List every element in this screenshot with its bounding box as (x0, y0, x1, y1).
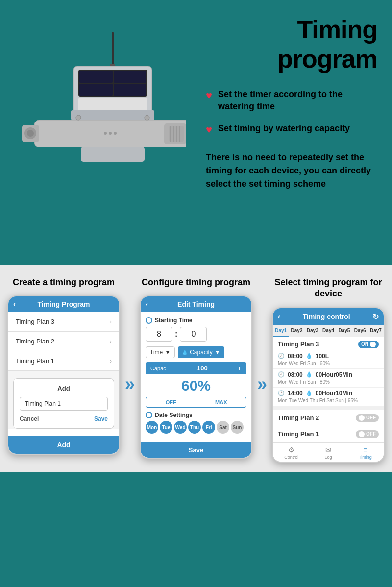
phone3-plan3-header: Timing Plan 3 ON (273, 337, 384, 350)
phone3-tab-day2[interactable]: Day2 (289, 325, 304, 337)
phone3-schedule2-days: Mon Wed Fri Sun | 80% (278, 379, 379, 385)
svg-rect-5 (79, 71, 113, 83)
step-title-1: Create a timing program (13, 277, 115, 288)
phone3-tab-day6[interactable]: Day6 (352, 325, 368, 337)
phone3-schedule3-time: 🕑 14:00 💧 00Hour10Min (278, 390, 379, 397)
pill-thu[interactable]: Thu (188, 421, 201, 434)
phone2-max-btn[interactable]: MAX (196, 397, 246, 407)
phone3-footer-control[interactable]: ⚙ Control (273, 446, 310, 460)
phone3-plan2-row: Timing Plan 2 OFF (273, 410, 384, 426)
phone2-time-dropdown[interactable]: Time ▼ (146, 346, 175, 358)
phone1-screen: Timing Plan 3 › Timing Plan 2 › Timing P… (8, 312, 119, 429)
phone2-back-icon[interactable]: ‹ (146, 300, 148, 309)
bottom-section: Create a timing program ‹ Timing Program… (0, 265, 392, 472)
phone3-schedule-1: 🕗 08:00 💧 100L Mon Wed Fri Sun | 60% (273, 350, 384, 369)
step-arrow-1: » (125, 374, 135, 394)
phone3-control-icon: ⚙ (288, 446, 294, 454)
phone2-hour-input[interactable]: 8 (146, 327, 172, 342)
phone1-save-btn[interactable]: Save (94, 416, 108, 422)
phone1-name-input[interactable] (20, 397, 108, 411)
svg-point-26 (76, 115, 81, 120)
phone3-amount1: 100L (316, 353, 329, 360)
phone3-plan2-name: Timing Plan 2 (278, 414, 319, 421)
phone2-starting-time-label: Starting Time (146, 317, 246, 324)
right-content: Timing program ♥ Set the timer according… (196, 10, 377, 191)
phone2-time-dropdown-icon: ▼ (165, 349, 171, 356)
step-title-3: Select timing program for device (272, 277, 385, 300)
phone1-back-icon[interactable]: ‹ (13, 300, 16, 309)
pill-sun[interactable]: Sun (231, 421, 244, 434)
page-title: Timing program (206, 15, 377, 73)
svg-rect-9 (78, 98, 147, 112)
phone1-cancel-btn[interactable]: Cancel (20, 416, 39, 422)
pill-mon[interactable]: Mon (146, 421, 158, 434)
phone1-plan3-label: Timing Plan 3 (16, 318, 54, 325)
pill-fri[interactable]: Fri (202, 421, 215, 434)
feature-text-2: Set timing by watering capacity (218, 122, 350, 135)
phone3-plan2-toggle[interactable]: OFF (356, 414, 379, 422)
phone2-header-title: Edit Timing (177, 300, 215, 308)
phone2-off-btn[interactable]: OFF (146, 397, 196, 407)
phone1-header-title: Timing Program (37, 300, 90, 308)
phone3-footer: ⚙ Control ✉ Log ≡ Timing (273, 442, 384, 462)
phone3-tab-day5[interactable]: Day5 (336, 325, 352, 337)
phone3-plan3-toggle[interactable]: ON (358, 341, 379, 348)
svg-rect-6 (79, 84, 113, 96)
svg-rect-25 (81, 147, 145, 162)
svg-point-27 (145, 115, 149, 120)
phone3-timing-icon: ≡ (363, 446, 367, 454)
phone3-back-icon[interactable]: ‹ (278, 312, 280, 321)
feature-item-1: ♥ Set the timer according to the waterin… (206, 88, 377, 113)
phone3-control-label: Control (284, 455, 298, 460)
device-image (10, 10, 196, 235)
valve-device-svg (20, 29, 186, 235)
phone3-tab-day4[interactable]: Day4 (320, 325, 336, 337)
phone-2: ‹ Edit Timing Starting Time 8 : 0 Time ▼ (140, 295, 252, 459)
pill-sat[interactable]: Sat (217, 421, 229, 434)
phone3-header: ‹ Timing control ↻ (273, 308, 384, 325)
phone1-add-bottom[interactable]: Add (8, 436, 119, 454)
phone2-save-btn[interactable]: Save (141, 442, 251, 458)
step-arrow-2: » (257, 374, 267, 394)
phone3-plan1-row: Timing Plan 1 OFF (273, 426, 384, 442)
phone3-tab-day1[interactable]: Day1 (273, 325, 289, 337)
step-col-2: Configure timing program ‹ Edit Timing S… (140, 277, 252, 463)
phone3-drop-icon-3: 💧 (306, 390, 313, 396)
svg-rect-7 (114, 71, 146, 83)
phone2-colon: : (175, 330, 177, 339)
phone1-plan-2[interactable]: Timing Plan 2 › (8, 332, 119, 351)
phone3-clock-icon-2: 🕗 (278, 371, 285, 378)
svg-rect-0 (112, 32, 114, 66)
phone1-plan-1[interactable]: Timing Plan 1 › (8, 351, 119, 371)
phone2-capacity-dropdown[interactable]: 💧 Capacity ▼ (178, 346, 224, 358)
phone2-time-dropdown-label: Time (150, 349, 163, 356)
phone2-time-inputs: 8 : 0 (146, 327, 246, 342)
phone1-dialog-buttons: Cancel Save (20, 416, 108, 422)
phone3-footer-log[interactable]: ✉ Log (310, 446, 346, 460)
phone1-plan-3[interactable]: Timing Plan 3 › (8, 312, 119, 332)
phone3-schedule-3: 🕑 14:00 💧 00Hour10Min Mon Tue Wed Thu Fr… (273, 388, 384, 406)
pill-tue[interactable]: Tue (160, 421, 172, 434)
phone1-plan2-label: Timing Plan 2 (16, 338, 54, 345)
phone2-cap-label: Capac (150, 366, 166, 371)
phone3-toggle-circle (370, 342, 376, 347)
phone3-tab-day3[interactable]: Day3 (305, 325, 320, 337)
phone1-header: ‹ Timing Program (8, 296, 119, 312)
phone1-chevron-2: › (110, 338, 112, 345)
step-title-2: Configure timing program (142, 277, 250, 288)
phone3-plan1-toggle[interactable]: OFF (356, 430, 379, 438)
phone3-tab-day7[interactable]: Day7 (368, 325, 384, 337)
phone2-capacity-icon: 💧 (182, 350, 188, 355)
pill-wed[interactable]: Wed (174, 421, 187, 434)
heart-icon-1: ♥ (206, 89, 212, 102)
phone2-off-max: OFF MAX (146, 397, 246, 408)
svg-rect-8 (114, 84, 146, 96)
phone2-minute-input[interactable]: 0 (180, 327, 207, 342)
phone3-timing-label: Timing (359, 455, 372, 460)
phone3-footer-timing[interactable]: ≡ Timing (347, 446, 384, 460)
feature-item-2: ♥ Set timing by watering capacity (206, 122, 377, 136)
phone1-chevron-1: › (110, 358, 112, 365)
phone-3: ‹ Timing control ↻ Day1 Day2 Day3 Day4 D… (272, 307, 385, 463)
phone3-refresh-icon[interactable]: ↻ (372, 312, 379, 321)
phone3-plan1-name: Timing Plan 1 (278, 430, 319, 438)
